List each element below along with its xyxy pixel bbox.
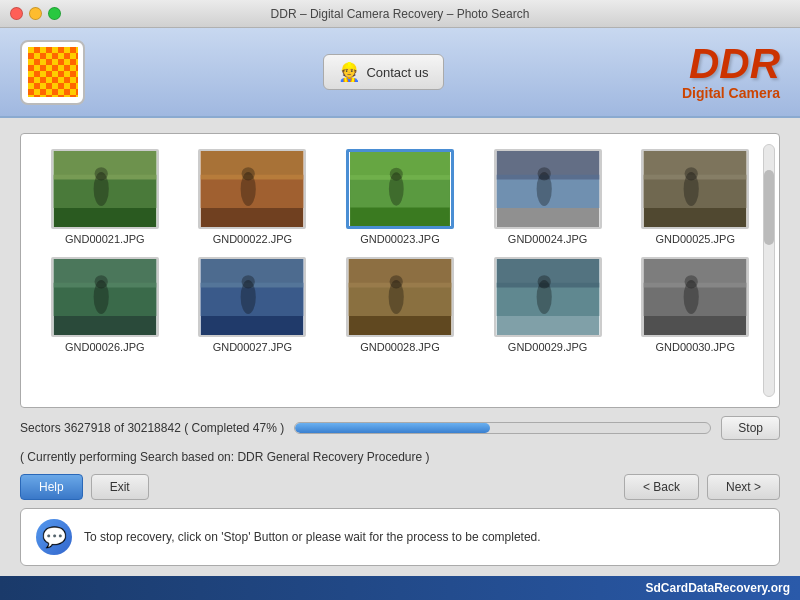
svg-point-19 <box>537 167 550 180</box>
photo-item-9[interactable]: GND00029.JPG <box>479 257 617 353</box>
stop-button[interactable]: Stop <box>721 416 780 440</box>
info-icon: 💬 <box>36 519 72 555</box>
status-text: ( Currently performing Search based on: … <box>20 448 780 466</box>
photo-item-1[interactable]: GND00021.JPG <box>36 149 174 245</box>
checkerboard-icon <box>28 47 78 97</box>
photo-item-8[interactable]: GND00028.JPG <box>331 257 469 353</box>
svg-point-9 <box>242 167 255 180</box>
content-area: GND00021.JPGGND00022.JPGGND00023.JPGGND0… <box>0 118 800 576</box>
contact-icon: 👷 <box>338 61 360 83</box>
svg-point-39 <box>390 275 403 288</box>
brand-area: DDR Digital Camera <box>682 43 780 101</box>
photo-thumb-2[interactable] <box>198 149 306 229</box>
contact-label: Contact us <box>366 65 428 80</box>
svg-point-44 <box>537 275 550 288</box>
photo-grid-container: GND00021.JPGGND00022.JPGGND00023.JPGGND0… <box>20 133 780 408</box>
photo-item-6[interactable]: GND00026.JPG <box>36 257 174 353</box>
svg-point-29 <box>94 275 107 288</box>
photo-thumb-10[interactable] <box>641 257 749 337</box>
photo-label-6: GND00026.JPG <box>65 341 144 353</box>
photo-thumb-8[interactable] <box>346 257 454 337</box>
info-message: To stop recovery, click on 'Stop' Button… <box>84 530 541 544</box>
svg-point-4 <box>94 167 107 180</box>
close-icon[interactable] <box>10 7 23 20</box>
photo-label-10: GND00030.JPG <box>655 341 734 353</box>
photo-label-7: GND00027.JPG <box>213 341 292 353</box>
brand-subtitle: Digital Camera <box>682 85 780 101</box>
photo-grid: GND00021.JPGGND00022.JPGGND00023.JPGGND0… <box>36 149 764 353</box>
photo-item-10[interactable]: GND00030.JPG <box>626 257 764 353</box>
photo-item-2[interactable]: GND00022.JPG <box>184 149 322 245</box>
photo-label-2: GND00022.JPG <box>213 233 292 245</box>
photo-label-5: GND00025.JPG <box>655 233 734 245</box>
window-title: DDR – Digital Camera Recovery – Photo Se… <box>271 7 530 21</box>
photo-item-4[interactable]: GND00024.JPG <box>479 149 617 245</box>
svg-point-34 <box>242 275 255 288</box>
photo-label-1: GND00021.JPG <box>65 233 144 245</box>
photo-label-3: GND00023.JPG <box>360 233 439 245</box>
scrollbar-thumb[interactable] <box>764 170 774 245</box>
svg-point-49 <box>685 275 698 288</box>
footer: SdCardDataRecovery.org <box>0 576 800 600</box>
scrollbar[interactable] <box>763 144 775 397</box>
photo-thumb-6[interactable] <box>51 257 159 337</box>
app-logo <box>20 40 85 105</box>
exit-button[interactable]: Exit <box>91 474 149 500</box>
footer-text: SdCardDataRecovery.org <box>646 581 791 595</box>
photo-thumb-7[interactable] <box>198 257 306 337</box>
photo-thumb-9[interactable] <box>494 257 602 337</box>
title-bar: DDR – Digital Camera Recovery – Photo Se… <box>0 0 800 28</box>
contact-button[interactable]: 👷 Contact us <box>323 54 443 90</box>
main-window: 👷 Contact us DDR Digital Camera GND00021… <box>0 28 800 600</box>
photo-label-8: GND00028.JPG <box>360 341 439 353</box>
svg-point-14 <box>390 168 403 181</box>
progress-label: Sectors 3627918 of 30218842 ( Completed … <box>20 421 284 435</box>
maximize-icon[interactable] <box>48 7 61 20</box>
photo-label-4: GND00024.JPG <box>508 233 587 245</box>
photo-item-3[interactable]: GND00023.JPG <box>331 149 469 245</box>
photo-thumb-4[interactable] <box>494 149 602 229</box>
photo-item-5[interactable]: GND00025.JPG <box>626 149 764 245</box>
brand-name: DDR <box>682 43 780 85</box>
photo-thumb-5[interactable] <box>641 149 749 229</box>
button-row: Help Exit < Back Next > <box>20 474 780 500</box>
header: 👷 Contact us DDR Digital Camera <box>0 28 800 118</box>
photo-thumb-1[interactable] <box>51 149 159 229</box>
help-button[interactable]: Help <box>20 474 83 500</box>
next-button[interactable]: Next > <box>707 474 780 500</box>
progress-row: Sectors 3627918 of 30218842 ( Completed … <box>20 416 780 440</box>
photo-item-7[interactable]: GND00027.JPG <box>184 257 322 353</box>
svg-point-24 <box>685 167 698 180</box>
progress-bar-fill <box>295 423 490 433</box>
photo-thumb-3[interactable] <box>346 149 454 229</box>
back-button[interactable]: < Back <box>624 474 699 500</box>
window-controls <box>10 7 61 20</box>
minimize-icon[interactable] <box>29 7 42 20</box>
info-box: 💬 To stop recovery, click on 'Stop' Butt… <box>20 508 780 566</box>
photo-label-9: GND00029.JPG <box>508 341 587 353</box>
progress-bar-container <box>294 422 711 434</box>
